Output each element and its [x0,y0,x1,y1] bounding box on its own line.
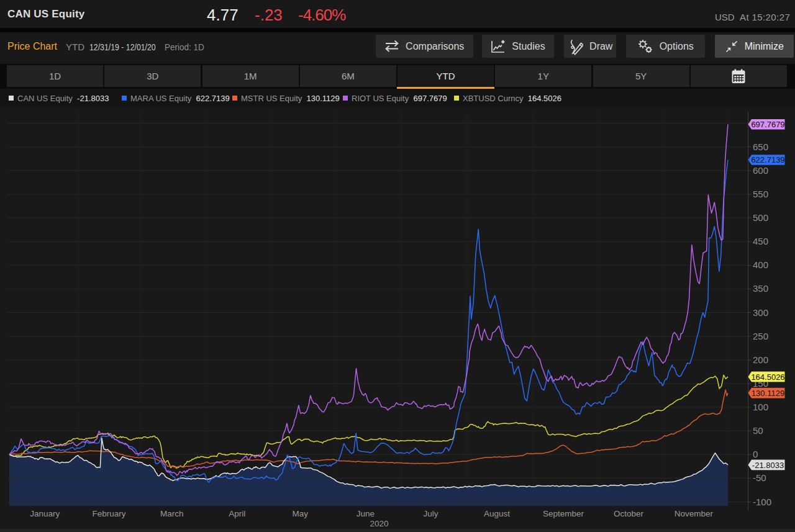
svg-text:250: 250 [753,331,768,341]
svg-text:June: June [357,509,375,518]
svg-text:-50: -50 [753,472,766,483]
svg-text:300: 300 [753,307,768,318]
svg-text:March: March [160,509,184,518]
svg-text:February: February [92,509,125,518]
svg-text:October: October [614,509,644,518]
svg-text:-100: -100 [753,497,771,507]
svg-text:164.5026: 164.5026 [751,372,784,382]
svg-text:September: September [543,509,584,518]
svg-text:November: November [675,509,714,518]
svg-text:50: 50 [753,425,763,436]
svg-text:0: 0 [753,449,758,459]
svg-text:100: 100 [753,402,768,412]
svg-text:622.7139: 622.7139 [751,155,784,165]
svg-text:600: 600 [753,165,768,176]
svg-text:2020: 2020 [370,519,388,528]
svg-text:697.7679: 697.7679 [751,120,784,129]
svg-text:July: July [423,509,438,518]
svg-text:-21.8033: -21.8033 [752,461,784,470]
svg-text:450: 450 [753,236,768,246]
svg-text:January: January [30,509,60,518]
svg-text:200: 200 [753,354,768,365]
svg-text:May: May [293,509,309,518]
svg-text:130.1129: 130.1129 [752,389,784,398]
svg-text:400: 400 [753,259,768,270]
svg-text:550: 550 [753,189,768,199]
svg-text:April: April [229,509,245,518]
svg-text:350: 350 [753,283,768,294]
svg-text:August: August [484,509,510,518]
svg-text:500: 500 [753,212,768,223]
svg-text:650: 650 [753,142,768,152]
